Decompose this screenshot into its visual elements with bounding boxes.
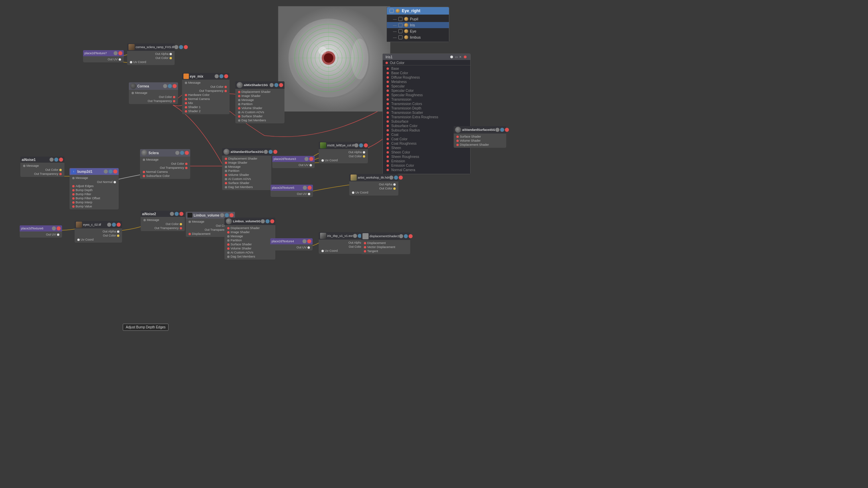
workshop-ctrl-exp[interactable]	[394, 176, 398, 180]
outliner-item-pupil[interactable]: — Pupil	[387, 16, 449, 22]
aistandard4sg-title: aiStandardSurface4SG	[462, 128, 495, 131]
iris-prop-base-color: Base Color	[386, 71, 468, 75]
eyes-c02-ctrl-cls[interactable]	[117, 223, 121, 227]
port-cornea-color: Out Color	[127, 56, 175, 60]
node-aistandard4sg[interactable]: aiStandardSurface4SG Surface Shader Volu…	[454, 126, 506, 148]
place2d3-ctrl-min[interactable]	[304, 157, 309, 161]
outliner-item-limbus[interactable]: — limbus	[387, 34, 449, 40]
port-noise1-color-dot	[59, 169, 62, 171]
eyes-c02-ctrl-min[interactable]	[107, 223, 111, 227]
iris08-ctrl-cls[interactable]	[364, 143, 368, 147]
node-place2d6[interactable]: place2dTexture6 Out UV	[20, 225, 62, 238]
eye-mix-ctrl-cls[interactable]	[224, 74, 228, 78]
aistandard4sg-ctrl-cls[interactable]	[505, 128, 509, 132]
node-ainoise1[interactable]: aiNoise1 Message Out Color Out Transpare…	[20, 157, 64, 177]
cornea-ctrl-min2[interactable]	[163, 84, 167, 88]
node-displacement2[interactable]: displacementShader2 Displacement Vector …	[361, 232, 410, 254]
iris08-ctrl-exp[interactable]	[359, 143, 363, 147]
port-disp2-tang-dot	[364, 250, 366, 252]
port-cornea-msg-in: Message	[129, 91, 178, 95]
node-place2d6-body: Out UV	[20, 231, 62, 238]
port-mix-hw-color: Hardware Color	[182, 93, 230, 97]
sclera-ctrl-min[interactable]	[175, 151, 179, 155]
outliner-item-eye[interactable]: — Eye	[387, 28, 449, 34]
ainoise1-ctrl-cls[interactable]	[59, 158, 63, 162]
aimix1sg-ctrl-cls[interactable]	[279, 83, 283, 87]
outliner-item-iris[interactable]: — Iris	[387, 22, 449, 28]
node-aimix1sg[interactable]: aiMixShader1SG Displacement Shader Image…	[235, 81, 284, 123]
ainoise2-ctrl-cls[interactable]	[179, 212, 183, 216]
aimix1sg-ctrl-min[interactable]	[270, 83, 274, 87]
port-iris-dsp-alpha: Out Alpha	[319, 241, 368, 245]
place2d5-ctrl-min[interactable]	[303, 186, 307, 190]
eye-mix-ctrl-min[interactable]	[215, 74, 219, 78]
limbus-sg-ctrl-cls[interactable]	[270, 219, 274, 223]
place2d4-ctrl-min[interactable]	[302, 239, 307, 243]
port-sclera-msg: Message	[140, 158, 190, 162]
eye-mix-ctrl-exp[interactable]	[219, 74, 223, 78]
sclera-ctrl-exp[interactable]	[180, 151, 184, 155]
ainoise2-ctrl-min[interactable]	[170, 212, 174, 216]
node-cornea[interactable]: Cornea Message Out Color Out Transparenc…	[129, 82, 178, 104]
ainoise1-ctrl-exp[interactable]	[54, 158, 58, 162]
iris-ctrl-close[interactable]: ✕	[459, 55, 462, 59]
eyes-c02-ctrl-exp[interactable]	[112, 223, 116, 227]
cornea-ctrl-expand[interactable]	[179, 45, 183, 49]
node-bump2d1[interactable]: ↑ bump2d1 Message Out Normal Adjust Edge…	[70, 168, 119, 209]
place2d5-ctrl-cls[interactable]	[308, 186, 312, 190]
sclera-ctrl-cls[interactable]	[185, 151, 189, 155]
node-sclera[interactable]: Sclera Message Out Color Out Transparenc…	[140, 149, 190, 179]
aistandard2sg-ctrl-exp[interactable]	[269, 150, 273, 154]
aistandard2sg-ctrl-cls[interactable]	[273, 150, 277, 154]
aistandard4sg-ctrl-min[interactable]	[495, 128, 499, 132]
limbus-vol-ctrl-exp[interactable]	[225, 213, 229, 217]
iris08-ctrl-min[interactable]	[354, 143, 358, 147]
node-ctrl-close[interactable]	[118, 51, 122, 55]
iris-dsp-ctrl-min[interactable]	[353, 234, 357, 238]
bump2d-ctrl-min[interactable]	[104, 169, 108, 174]
disp2-ctrl-exp[interactable]	[404, 234, 408, 238]
place2d4-ctrl-cls[interactable]	[307, 239, 311, 243]
node-eye-mix-body: Message Out Color Out Transparency Hardw…	[182, 80, 230, 114]
bump2d-ctrl-exp[interactable]	[108, 169, 113, 174]
node-place2d7[interactable]: place2dTexture7 Out UV	[83, 50, 124, 62]
cornea-ctrl-cls2[interactable]	[173, 84, 177, 88]
node-eyes-c02[interactable]: eyes_c_02.tif Out Alpha Out Color Uv Coo…	[75, 221, 122, 243]
iris-ctrl-min[interactable]: ▭	[455, 55, 458, 59]
node-artist-workshop[interactable]: artist_workshop_8k.hdr Out Alpha Out Col…	[349, 174, 398, 196]
place2d3-ctrl-cls[interactable]	[309, 157, 313, 161]
node-cornea-ramp[interactable]: cornea_sclera_ramp_FXS.tif Out Alpha Out…	[127, 43, 175, 65]
place2d6-ctrl-min[interactable]	[52, 226, 56, 230]
node-ctrl-min[interactable]	[114, 51, 118, 55]
ainoise2-ctrl-exp[interactable]	[175, 212, 179, 216]
node-aistandard2sg[interactable]: aiStandardSurface2SG Displacement Shader…	[222, 148, 271, 190]
port-limbsg-disp-dot	[227, 227, 230, 229]
node-eye-mix[interactable]: eye_mix Message Out Color Out Transparen…	[182, 73, 230, 114]
limbus-sg-ctrl-min[interactable]	[261, 219, 265, 223]
aimix1sg-ctrl-exp[interactable]	[274, 83, 278, 87]
cornea-ctrl-close[interactable]	[184, 45, 188, 49]
node-place2d5[interactable]: place2dTexture5 Out UV	[271, 185, 313, 197]
disp2-ctrl-cls[interactable]	[409, 234, 413, 238]
node-limbus-volsg[interactable]: Limbus_volumeSG Displacement Shader Imag…	[224, 218, 275, 260]
limbus-vol-ctrl-cls[interactable]	[230, 213, 234, 217]
workshop-ctrl-cls[interactable]	[399, 176, 403, 180]
port-disp2-disp: Displacement	[361, 241, 410, 245]
aistandard2sg-ctrl-min[interactable]	[264, 150, 268, 154]
node-iris08[interactable]: iris08_leftEye_col.tif Out Alpha Out Col…	[319, 142, 368, 163]
limbus-sg-ctrl-exp[interactable]	[265, 219, 270, 223]
ainoise1-ctrl-min[interactable]	[50, 158, 54, 162]
aistandard4sg-ctrl-exp[interactable]	[500, 128, 504, 132]
node-iris-dsp[interactable]: iris_dsp_u1_v1.exr Out Alpha Out Color U…	[319, 232, 368, 254]
cornea-ctrl-min[interactable]	[174, 45, 178, 49]
node-ainoise2[interactable]: aiNoise2 Message Out Color Out Transpare…	[141, 211, 185, 231]
bump2d-ctrl-cls[interactable]	[113, 169, 117, 174]
limbus-vol-ctrl-min[interactable]	[220, 213, 224, 217]
cornea-ctrl-exp2[interactable]	[168, 84, 172, 88]
node-place2d4[interactable]: place2dTexture4 Out UV	[270, 238, 313, 250]
disp2-ctrl-min[interactable]	[399, 234, 403, 238]
workshop-ctrl-min[interactable]	[389, 176, 393, 180]
place2d6-ctrl-cls[interactable]	[57, 226, 61, 230]
port-workshop-uv: Uv Coord	[349, 190, 398, 195]
node-place2d3[interactable]: place2dTexture3 Out UV	[272, 156, 315, 168]
